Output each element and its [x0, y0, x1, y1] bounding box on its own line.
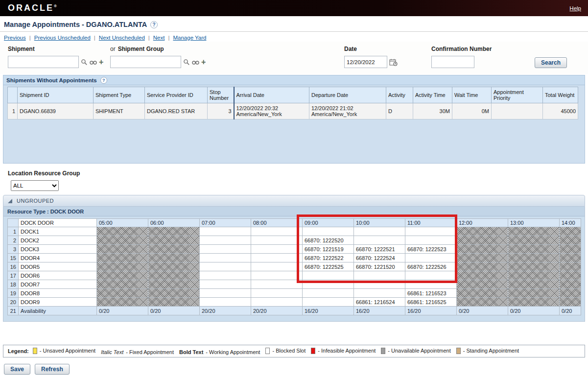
empty-slot[interactable]: [303, 227, 354, 236]
legend-item: - Standing Appointment: [456, 348, 519, 354]
search-button[interactable]: Search: [535, 57, 567, 68]
appointment-cell[interactable]: 66861: 1216523: [405, 289, 457, 298]
empty-slot[interactable]: [405, 280, 457, 289]
empty-slot[interactable]: [354, 227, 405, 236]
blocked-slot: [508, 254, 560, 262]
appointment-cell[interactable]: 66861: 1216525: [405, 298, 457, 307]
save-button[interactable]: Save: [4, 364, 30, 375]
new-shipment-icon[interactable]: +: [99, 59, 103, 66]
empty-slot[interactable]: [200, 227, 251, 236]
appointment-cell[interactable]: 66870: 1222523: [405, 245, 457, 254]
dock-name: DOOR6: [19, 271, 97, 280]
time-header: 10:00: [354, 219, 405, 227]
empty-slot[interactable]: [405, 236, 457, 245]
appointment-cell[interactable]: 66870: 1222520: [303, 236, 354, 245]
column-header: Shipment Type: [94, 87, 145, 103]
schedule-row: 15DOOR466870: 122252266870: 1222524: [8, 254, 581, 262]
nav-link[interactable]: Previous Unscheduled: [34, 35, 91, 41]
row-number: 15: [8, 254, 19, 262]
empty-slot[interactable]: [405, 271, 457, 280]
empty-slot[interactable]: [303, 289, 354, 298]
confirmation-field-group: Confirmation Number: [431, 46, 519, 68]
empty-slot[interactable]: [251, 227, 303, 236]
nav-link[interactable]: Manage Yard: [173, 35, 206, 41]
empty-slot[interactable]: [354, 236, 405, 245]
section-help-icon[interactable]: ?: [100, 77, 107, 84]
dock-name: DOCK3: [19, 245, 97, 254]
location-resource-group-label: Location Resource Group: [8, 170, 588, 177]
blocked-slot: [148, 271, 200, 280]
appointment-cell[interactable]: 66861: 1216524: [354, 298, 405, 307]
empty-slot[interactable]: [200, 280, 251, 289]
shipments-table-container: Shipment IDShipment TypeService Provider…: [3, 85, 585, 164]
appointment-cell[interactable]: 66870: 1222524: [354, 254, 405, 262]
shipment-input[interactable]: [8, 56, 79, 68]
empty-slot[interactable]: [303, 280, 354, 289]
appointment-cell[interactable]: 66870: 1221520: [354, 262, 405, 271]
availability-value: 16/20: [354, 307, 405, 315]
date-input[interactable]: [344, 56, 387, 68]
appointment-cell[interactable]: 66870: 1222522: [303, 254, 354, 262]
empty-slot[interactable]: [405, 227, 457, 236]
empty-slot[interactable]: [354, 289, 405, 298]
legend-item: - Unavailable Appointment: [381, 348, 450, 354]
new-shipment-group-icon[interactable]: +: [201, 59, 206, 66]
empty-slot[interactable]: [251, 280, 303, 289]
appointment-cell[interactable]: 66870: 1222521: [354, 245, 405, 254]
empty-slot[interactable]: [354, 271, 405, 280]
dock-name: DOOR9: [19, 298, 97, 307]
nav-link[interactable]: Previous: [4, 35, 26, 41]
shipments-section-header: Shipments Without Appointments ?: [3, 75, 585, 85]
empty-slot[interactable]: [303, 298, 354, 307]
empty-slot[interactable]: [200, 236, 251, 245]
page-help-icon[interactable]: ?: [150, 21, 158, 28]
table-row[interactable]: 1DGANO.66839SHIPMENTDGANO.RED STAR312/20…: [8, 103, 578, 119]
search-icon[interactable]: [81, 59, 88, 66]
empty-slot[interactable]: [200, 254, 251, 262]
row-number: 21: [8, 307, 19, 315]
confirmation-number-input[interactable]: [431, 56, 474, 68]
legend-items: - Unsaved AppointmentItalic Text- Fixed …: [33, 348, 524, 355]
ungrouped-section-header[interactable]: UNGROUPED: [3, 195, 585, 207]
empty-slot[interactable]: [200, 262, 251, 271]
schedule-row: 1DOCK1: [8, 227, 581, 236]
search-icon[interactable]: [183, 59, 190, 66]
empty-slot[interactable]: [251, 236, 303, 245]
empty-slot[interactable]: [354, 280, 405, 289]
empty-slot[interactable]: [251, 245, 303, 254]
time-header: 06:00: [148, 219, 200, 227]
empty-slot[interactable]: [303, 271, 354, 280]
empty-slot[interactable]: [251, 254, 303, 262]
appointment-cell[interactable]: 66870: 1222525: [303, 262, 354, 271]
appointment-cell[interactable]: 66870: 1222526: [405, 262, 457, 271]
empty-slot[interactable]: [405, 254, 457, 262]
empty-slot[interactable]: [200, 245, 251, 254]
empty-slot[interactable]: [200, 298, 251, 307]
blocked-slot: [148, 289, 200, 298]
legend-sample-italic: Italic Text: [101, 349, 123, 355]
appointment-cell[interactable]: 66870: 1221519: [303, 245, 354, 254]
collapse-triangle-icon[interactable]: [8, 199, 12, 203]
binoculars-icon[interactable]: [90, 59, 97, 65]
registered-mark: ®: [54, 4, 57, 8]
empty-slot[interactable]: [251, 271, 303, 280]
availability-row: 21Availability0/200/2020/2020/2016/2016/…: [8, 307, 581, 315]
page-navigation: Previous|Previous Unscheduled|Next Unsch…: [0, 32, 588, 42]
empty-slot[interactable]: [200, 271, 251, 280]
footer-actions: Save Refresh: [4, 364, 588, 375]
nav-link[interactable]: Next Unscheduled: [99, 35, 145, 41]
empty-slot[interactable]: [251, 262, 303, 271]
refresh-button[interactable]: Refresh: [35, 364, 70, 375]
calendar-icon[interactable]: [389, 58, 398, 66]
help-link[interactable]: Help: [569, 5, 581, 11]
empty-slot[interactable]: [251, 289, 303, 298]
shipment-cell: 3: [208, 103, 234, 119]
empty-slot[interactable]: [200, 289, 251, 298]
empty-slot[interactable]: [251, 298, 303, 307]
shipment-group-input[interactable]: [110, 56, 181, 68]
nav-link[interactable]: Next: [153, 35, 165, 41]
blocked-slot: [97, 236, 148, 245]
location-resource-group-select[interactable]: ALL: [11, 180, 59, 191]
nav-separator: |: [168, 35, 169, 41]
binoculars-icon[interactable]: [192, 59, 199, 65]
